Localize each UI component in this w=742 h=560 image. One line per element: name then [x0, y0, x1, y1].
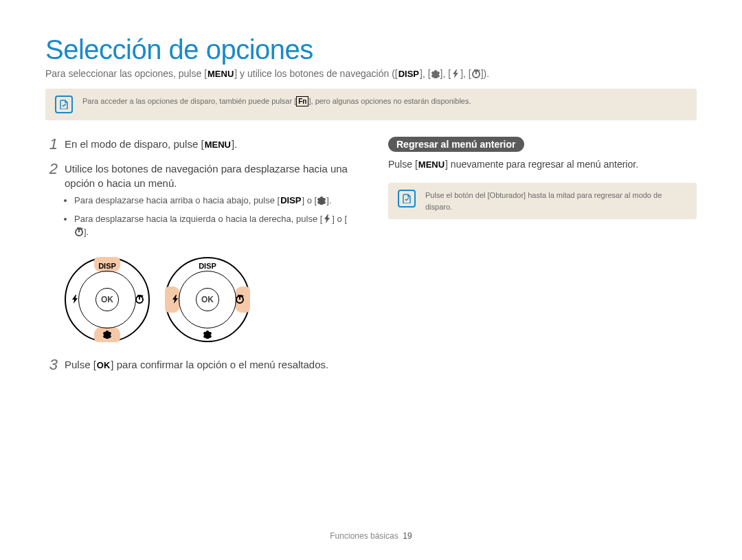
return-paragraph: Pulse [MENU] nuevamente para regresar al…: [388, 157, 697, 172]
flash-icon: [451, 69, 460, 78]
shutter-label: Obturador: [490, 191, 524, 199]
note-icon: [398, 190, 416, 208]
page-footer: Funciones básicas 19: [0, 531, 742, 541]
page-title: Selección de opciones: [45, 34, 697, 65]
timer-icon: [74, 227, 84, 236]
ok-label: OK: [96, 359, 111, 372]
dial-diagram: DISP OK DISP OK: [65, 257, 354, 342]
menu-label: MENU: [418, 158, 445, 172]
timer-icon: [133, 294, 146, 304]
intro-paragraph: Para seleccionar las opciones, pulse [ME…: [45, 68, 697, 79]
ok-button: OK: [196, 288, 219, 311]
flash-icon: [169, 294, 181, 304]
left-column: 1 En el modo de disparo, pulse [MENU]. 2…: [45, 137, 354, 382]
menu-label: MENU: [207, 69, 234, 79]
dial-horizontal: DISP OK: [165, 257, 250, 342]
note-icon: [55, 96, 73, 113]
timer-icon: [471, 69, 481, 78]
bullet-horizontal: Para desplazarse hacia la izquierda o ha…: [74, 213, 354, 239]
step-3: 3 Pulse [OK] para confirmar la opción o …: [45, 357, 354, 372]
ok-button: OK: [95, 288, 119, 311]
flower-icon: [166, 329, 249, 339]
side-note: Pulse el botón del [Obturador] hasta la …: [388, 183, 697, 219]
flower-icon: [317, 195, 326, 205]
step-2: 2 Utilice los botones de navegación para…: [45, 161, 354, 245]
disp-label: DISP: [280, 194, 302, 208]
note-text: Para acceder a las opciones de disparo, …: [82, 96, 471, 107]
fn-label: Fn: [296, 96, 308, 107]
flower-icon: [66, 329, 148, 339]
step-1: 1 En el modo de disparo, pulse [MENU].: [45, 137, 354, 152]
menu-label: MENU: [204, 139, 232, 151]
flash-icon: [69, 294, 81, 304]
right-column: Regresar al menú anterior Pulse [MENU] n…: [388, 137, 697, 382]
top-note: Para acceder a las opciones de disparo, …: [45, 89, 697, 120]
flash-icon: [322, 214, 332, 223]
flower-icon: [431, 69, 440, 78]
disp-label: DISP: [66, 262, 148, 270]
timer-icon: [234, 294, 246, 304]
disp-label: DISP: [166, 262, 249, 270]
disp-label: DISP: [398, 69, 420, 79]
bullet-vertical: Para desplazarse hacia arriba o hacia ab…: [74, 194, 354, 208]
subsection-pill: Regresar al menú anterior: [388, 137, 524, 152]
note-text: Pulse el botón del [Obturador] hasta la …: [425, 190, 687, 212]
manual-page: Selección de opciones Para seleccionar l…: [0, 0, 742, 560]
dial-vertical: DISP OK: [65, 257, 150, 342]
